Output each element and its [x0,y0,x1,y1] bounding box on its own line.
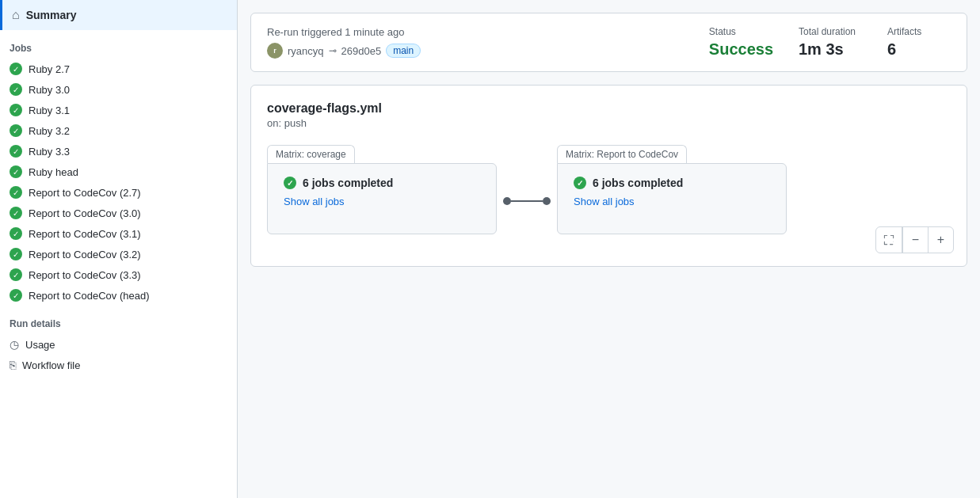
report-check-icon: ✓ [574,177,586,189]
job-label: Ruby 3.2 [29,125,70,137]
job-label: Ruby head [29,166,78,178]
report-show-all[interactable]: Show all jobs [574,196,770,207]
job-check-icon: ✓ [10,145,22,158]
timer-icon: ◷ [10,338,19,351]
zoom-controls: − + [875,226,954,253]
home-icon: ⌂ [12,8,20,22]
sidebar-job-report-codecov-2.7[interactable]: ✓Report to CodeCov (2.7) [0,182,237,203]
job-check-icon: ✓ [10,186,22,199]
connector-dot-right [543,197,551,205]
job-label: Report to CodeCov (3.2) [29,249,141,260]
matrix-coverage-label: Matrix: coverage [267,145,355,163]
matrix-coverage-group: Matrix: coverage ✓ 6 jobs completed Show… [267,145,497,234]
connector-dot-left [503,197,511,205]
status-value: Success [709,40,773,59]
zoom-out-button[interactable]: − [902,227,928,253]
main-content: Re-run triggered 1 minute ago r ryancyq … [238,0,980,498]
coverage-jobs-text: 6 jobs completed [303,177,393,189]
matrix-coverage-box: ✓ 6 jobs completed Show all jobs [267,163,497,234]
header-card: Re-run triggered 1 minute ago r ryancyq … [250,13,967,72]
job-label: Report to CodeCov (3.0) [29,207,141,219]
commit-hash: 269d0e5 [341,45,382,57]
job-check-icon: ✓ [10,207,22,219]
sidebar-job-ruby-2.7[interactable]: ✓Ruby 2.7 [0,59,237,79]
workflow-file-item[interactable]: ⎘ Workflow file [0,355,237,375]
job-label: Report to CodeCov (head) [29,290,149,302]
matrix-report-group: Matrix: Report to CodeCov ✓ 6 jobs compl… [557,145,787,234]
sidebar-job-report-codecov-3.2[interactable]: ✓Report to CodeCov (3.2) [0,244,237,264]
report-jobs-text: 6 jobs completed [593,177,683,189]
jobs-section-label: Jobs [0,30,237,59]
duration-label: Total duration [799,26,862,37]
sidebar-job-ruby-3.3[interactable]: ✓Ruby 3.3 [0,141,237,162]
job-label: Report to CodeCov (2.7) [29,187,141,199]
sidebar-summary-label: Summary [26,9,77,21]
job-label: Ruby 3.0 [29,84,70,96]
duration-value: 1m 3s [799,40,862,59]
zoom-in-button[interactable]: + [928,227,953,253]
job-check-icon: ✓ [10,63,22,75]
artifacts-value: 6 [887,40,951,59]
sidebar-job-report-codecov-3.3[interactable]: ✓Report to CodeCov (3.3) [0,264,237,285]
sidebar-summary[interactable]: ⌂ Summary [0,0,237,30]
job-list: ✓Ruby 2.7✓Ruby 3.0✓Ruby 3.1✓Ruby 3.2✓Rub… [0,59,237,306]
username: ryancyq [288,45,324,57]
job-label: Report to CodeCov (3.1) [29,228,141,240]
branch-badge: main [386,44,421,58]
workflow-trigger: on: push [267,117,951,129]
workflow-card: coverage-flags.yml on: push Matrix: cove… [250,85,967,267]
sidebar-job-ruby-3.0[interactable]: ✓Ruby 3.0 [0,79,237,100]
job-check-icon: ✓ [10,165,22,178]
sidebar-job-ruby-3.2[interactable]: ✓Ruby 3.2 [0,120,237,141]
duration-stat: Total duration 1m 3s [799,26,862,59]
sidebar-job-ruby-head[interactable]: ✓Ruby head [0,162,237,182]
usage-label: Usage [25,339,55,351]
artifacts-label: Artifacts [887,26,951,37]
trigger-info: Re-run triggered 1 minute ago r ryancyq … [267,26,684,59]
report-jobs-row: ✓ 6 jobs completed [574,177,770,189]
arrow-icon: ⊸ [329,45,337,56]
coverage-jobs-row: ✓ 6 jobs completed [284,177,480,189]
job-check-icon: ✓ [10,104,22,116]
job-label: Report to CodeCov (3.3) [29,269,141,281]
fullscreen-button[interactable] [876,227,902,253]
avatar: r [267,43,283,59]
status-label: Status [709,26,773,37]
trigger-detail: r ryancyq ⊸ 269d0e5 main [267,43,684,59]
job-check-icon: ✓ [10,248,22,260]
connector [497,197,557,205]
sidebar: ⌂ Summary Jobs ✓Ruby 2.7✓Ruby 3.0✓Ruby 3… [0,0,238,498]
job-check-icon: ✓ [10,124,22,137]
trigger-text: Re-run triggered 1 minute ago [267,26,684,38]
usage-item[interactable]: ◷ Usage [0,334,237,355]
status-stat: Status Success [709,26,773,59]
file-icon: ⎘ [10,359,16,371]
sidebar-job-report-codecov-head[interactable]: ✓Report to CodeCov (head) [0,285,237,306]
sidebar-job-report-codecov-3.0[interactable]: ✓Report to CodeCov (3.0) [0,203,237,223]
coverage-check-icon: ✓ [284,177,296,189]
artifacts-stat: Artifacts 6 [887,26,951,59]
run-details-label: Run details [0,306,237,334]
matrix-report-box: ✓ 6 jobs completed Show all jobs [557,163,787,234]
flow-diagram: Matrix: coverage ✓ 6 jobs completed Show… [267,145,951,250]
sidebar-job-report-codecov-3.1[interactable]: ✓Report to CodeCov (3.1) [0,223,237,244]
job-label: Ruby 2.7 [29,63,70,75]
connector-segment [511,200,543,202]
job-check-icon: ✓ [10,268,22,281]
job-check-icon: ✓ [10,83,22,96]
job-label: Ruby 3.3 [29,146,70,158]
job-check-icon: ✓ [10,289,22,302]
matrix-report-label: Matrix: Report to CodeCov [557,145,687,163]
sidebar-job-ruby-3.1[interactable]: ✓Ruby 3.1 [0,100,237,120]
workflow-file-label: Workflow file [22,359,80,371]
job-label: Ruby 3.1 [29,105,70,116]
coverage-show-all[interactable]: Show all jobs [284,196,480,207]
job-check-icon: ✓ [10,227,22,240]
workflow-filename: coverage-flags.yml [267,101,951,116]
